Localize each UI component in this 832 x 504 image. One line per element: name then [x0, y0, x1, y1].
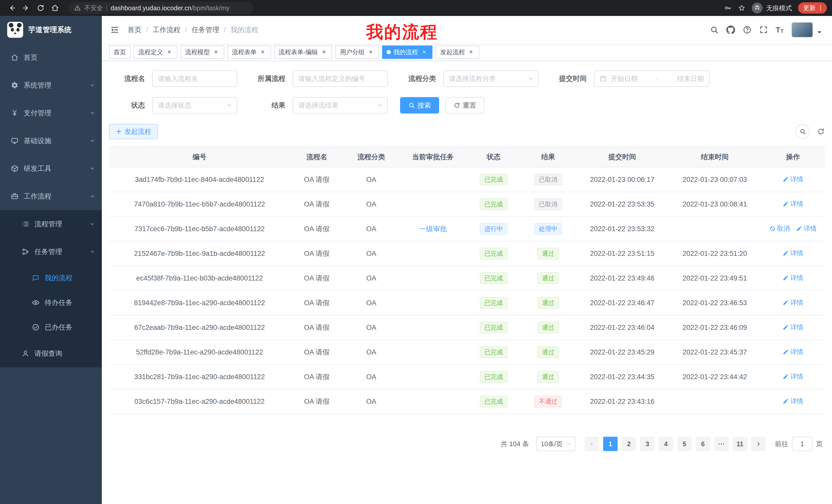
detail-link[interactable]: 详情: [783, 347, 803, 356]
sidebar-item-infrastructure[interactable]: 基础设施: [0, 127, 102, 155]
address-bar[interactable]: 不安全 dashboard.yudao.iocoder.cn/bpm/task/…: [68, 2, 253, 14]
close-icon[interactable]: ×: [467, 49, 475, 56]
app-title: 芋道管理系统: [28, 25, 72, 35]
page-header: 首页/工作流程/任务管理/我的流程 我的流程 TT: [102, 16, 832, 44]
cell-result: 已取消: [520, 192, 576, 217]
column-header: 状态: [467, 147, 520, 167]
result-select[interactable]: 请选择流结果: [293, 97, 388, 114]
browser-update-button[interactable]: 更新: [798, 2, 827, 13]
cancel-link[interactable]: 取消: [769, 224, 790, 233]
close-icon[interactable]: ×: [165, 49, 173, 56]
fullscreen-icon[interactable]: [759, 25, 768, 34]
process-name-input[interactable]: [152, 71, 237, 87]
create-process-button[interactable]: 发起流程: [109, 124, 158, 139]
tab-流程模型[interactable]: 流程模型×: [181, 46, 224, 59]
more-pages-button[interactable]: ···: [714, 437, 729, 451]
close-icon[interactable]: ×: [320, 49, 328, 56]
key-icon[interactable]: [724, 4, 732, 12]
tab-我的流程[interactable]: 我的流程×: [382, 46, 433, 59]
page-button-4[interactable]: 4: [659, 437, 673, 451]
table-row: 7470a810-7b9b-11ec-b5b7-acde48001122OA 请…: [109, 192, 825, 217]
sidebar-item-system[interactable]: 系统管理: [0, 72, 102, 99]
process-definition-input[interactable]: [293, 71, 388, 87]
sidebar-item-payment[interactable]: 支付管理: [0, 99, 102, 127]
cell-result: 不通过: [520, 389, 576, 414]
github-icon[interactable]: [726, 25, 735, 34]
forward-button[interactable]: [20, 2, 33, 14]
edit-icon: [783, 398, 789, 404]
detail-link[interactable]: 详情: [796, 224, 816, 233]
tab-发起流程[interactable]: 发起流程×: [436, 46, 479, 59]
page-size-select[interactable]: 10条/页: [536, 437, 575, 451]
toggle-search-button[interactable]: [796, 124, 810, 139]
sidebar-item-label: 首页: [24, 53, 37, 62]
sidebar-item-done-tasks[interactable]: 已办任务: [0, 315, 102, 340]
page-button-1[interactable]: 1: [603, 437, 618, 451]
refresh-table-button[interactable]: [817, 128, 825, 135]
sidebar-item-my-process[interactable]: 我的流程: [0, 265, 102, 290]
date-range-picker[interactable]: 开始日期 - 结束日期: [594, 71, 710, 87]
page-button-2[interactable]: 2: [622, 437, 636, 451]
sidebar-item-todo-tasks[interactable]: 待办任务: [0, 290, 102, 315]
detail-link[interactable]: 详情: [783, 397, 803, 405]
page-button-11[interactable]: 11: [733, 437, 747, 451]
detail-link[interactable]: 详情: [783, 372, 803, 381]
close-icon[interactable]: ×: [259, 49, 266, 56]
sidebar-item-task-mgmt[interactable]: 任务管理: [0, 238, 102, 265]
prev-page-button[interactable]: [585, 437, 599, 451]
help-icon[interactable]: [743, 25, 752, 34]
current-task-link[interactable]: 一级审批: [419, 225, 447, 233]
font-size-icon[interactable]: TT: [776, 26, 784, 34]
page-button-5[interactable]: 5: [677, 437, 692, 451]
detail-link[interactable]: 详情: [783, 175, 803, 184]
edit-icon: [783, 349, 789, 355]
close-icon[interactable]: ×: [421, 49, 428, 56]
page-content: 流程名 所属流程 流程分类 请选择流程分类: [102, 61, 832, 504]
home-button[interactable]: [48, 2, 62, 14]
close-icon[interactable]: ×: [367, 49, 374, 56]
sidebar-item-devtools[interactable]: 研发工具: [0, 155, 102, 183]
goto-page-input[interactable]: [792, 437, 812, 451]
reset-button[interactable]: 重置: [445, 97, 485, 114]
page-button-3[interactable]: 3: [640, 437, 655, 451]
edit-icon: [783, 324, 789, 330]
sidebar-toggle-button[interactable]: [110, 25, 119, 34]
breadcrumb-item[interactable]: 首页: [128, 25, 141, 34]
bookmark-star-icon[interactable]: [738, 4, 746, 12]
detail-link[interactable]: 详情: [783, 274, 803, 282]
next-page-button[interactable]: [751, 437, 766, 451]
page-button-6[interactable]: 6: [696, 437, 710, 451]
sidebar-item-home[interactable]: 首页: [0, 44, 102, 72]
sidebar-item-process-mgmt[interactable]: 流程管理: [0, 210, 102, 238]
table-row: 03c6c157-7b9a-11ec-a290-acde48001122OA 请…: [109, 389, 825, 414]
breadcrumb-separator: /: [185, 26, 187, 34]
category-select[interactable]: 请选择流程分类: [443, 71, 538, 87]
user-avatar-menu[interactable]: [791, 22, 824, 37]
logo-link[interactable]: 芋道管理系统: [0, 16, 102, 44]
status-select[interactable]: 请选择状态: [152, 97, 237, 114]
tab-流程定义[interactable]: 流程定义×: [134, 46, 177, 59]
detail-link[interactable]: 详情: [783, 323, 803, 331]
cell-current-task: [399, 365, 467, 389]
detail-link[interactable]: 详情: [783, 298, 803, 307]
breadcrumb-item[interactable]: 工作流程: [153, 25, 181, 34]
incognito-badge: [752, 3, 762, 13]
tab-首页[interactable]: 首页: [109, 46, 131, 59]
sidebar-item-workflow[interactable]: 工作流程: [0, 183, 102, 210]
tab-流程表单[interactable]: 流程表单×: [227, 46, 271, 59]
back-button[interactable]: [5, 2, 19, 14]
cell-process-id: 819442e8-7b9a-11ec-a290-acde48001122: [109, 290, 290, 315]
detail-link[interactable]: 详情: [783, 249, 803, 257]
close-icon[interactable]: ×: [212, 49, 219, 56]
sidebar-item-leave-query[interactable]: 请假查询: [0, 340, 102, 367]
tab-用户分组[interactable]: 用户分组×: [335, 46, 379, 59]
detail-link[interactable]: 详情: [783, 200, 803, 208]
search-icon[interactable]: [710, 25, 719, 34]
cell-submit-time: 2022-01-22 23:53:35: [576, 192, 669, 217]
reload-button[interactable]: [34, 2, 47, 14]
breadcrumb-item[interactable]: 任务管理: [191, 25, 219, 34]
tab-label: 流程表单-编辑: [279, 48, 318, 56]
tab-流程表单-编辑[interactable]: 流程表单-编辑×: [274, 46, 332, 59]
cell-actions: 取消详情: [761, 217, 825, 241]
search-button[interactable]: 搜索: [400, 97, 439, 114]
